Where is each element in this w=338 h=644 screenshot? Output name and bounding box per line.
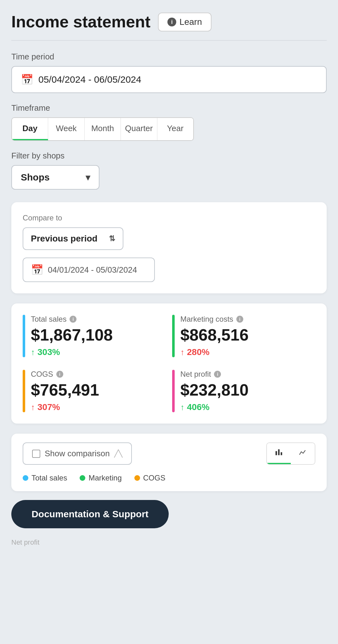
page-title: Income statement: [11, 13, 150, 31]
svg-rect-2: [281, 452, 282, 455]
metric-content-marketing: Marketing costs i $868,516 ↑ 280%: [180, 315, 315, 357]
bottom-controls-card: Show comparison ╱╲: [11, 434, 327, 491]
metric-title-net-profit: Net profit i: [180, 370, 315, 379]
tab-month[interactable]: Month: [85, 118, 121, 140]
compare-select[interactable]: Previous period ⇅: [23, 227, 123, 250]
header-row: Income statement i Learn: [11, 13, 327, 31]
chart-type-buttons: [266, 442, 315, 465]
metric-value-marketing: $868,516: [180, 326, 315, 344]
metrics-grid: Total sales i $1,867,108 ↑ 303% Marketin…: [23, 315, 315, 412]
metric-change-marketing: ↑ 280%: [180, 347, 315, 357]
timeframe-label: Timeframe: [11, 103, 327, 113]
show-comparison-button[interactable]: Show comparison ╱╲: [23, 442, 132, 465]
metric-change-net-profit: ↑ 406%: [180, 402, 315, 412]
metric-change-total-sales: ↑ 303%: [31, 347, 166, 357]
metric-marketing-costs: Marketing costs i $868,516 ↑ 280%: [172, 315, 315, 357]
filter-by-shops-label: Filter by shops: [11, 151, 327, 161]
learn-button-label: Learn: [179, 17, 202, 27]
metric-title-marketing: Marketing costs i: [180, 315, 315, 324]
metric-bar-total-sales: [23, 315, 25, 357]
metric-bar-cogs: [23, 370, 25, 412]
tab-year[interactable]: Year: [157, 118, 193, 140]
metric-content-net-profit: Net profit i $232,810 ↑ 406%: [180, 370, 315, 412]
metric-total-sales: Total sales i $1,867,108 ↑ 303%: [23, 315, 166, 357]
legend-dot-total-sales: [23, 475, 28, 481]
metrics-card: Total sales i $1,867,108 ↑ 303% Marketin…: [11, 303, 327, 424]
metric-content-cogs: COGS i $765,491 ↑ 307%: [31, 370, 166, 412]
legend-dot-cogs: [134, 475, 140, 481]
calendar-icon: 📅: [21, 74, 33, 86]
legend-label-marketing: Marketing: [88, 474, 121, 482]
line-chart-icon: [298, 448, 307, 457]
arrow-up-icon-marketing: ↑: [180, 347, 184, 357]
legend-cogs: COGS: [134, 474, 166, 482]
tab-day[interactable]: Day: [12, 118, 48, 140]
legend-marketing: Marketing: [80, 474, 121, 482]
metric-value-cogs: $765,491: [31, 381, 166, 399]
tab-quarter[interactable]: Quarter: [121, 118, 157, 140]
shops-dropdown-label: Shops: [21, 172, 50, 183]
compare-date-input[interactable]: 📅 04/01/2024 - 05/03/2024: [23, 258, 155, 282]
comparison-lines-icon: ╱╲: [114, 450, 122, 458]
doc-support-label: Documentation & Support: [31, 509, 149, 519]
chart-type-line-button[interactable]: [291, 443, 315, 464]
metric-value-net-profit: $232,810: [180, 381, 315, 399]
timeframe-tabs: Day Week Month Quarter Year: [11, 117, 194, 141]
metric-title-total-sales: Total sales i: [31, 315, 166, 324]
arrow-up-icon: ↑: [31, 347, 35, 357]
metric-value-total-sales: $1,867,108: [31, 326, 166, 344]
learn-button[interactable]: i Learn: [158, 13, 211, 31]
compare-calendar-icon: 📅: [31, 264, 43, 276]
info-icon-net-profit: i: [214, 371, 221, 378]
info-icon-cogs: i: [56, 371, 63, 378]
shops-dropdown[interactable]: Shops ▾: [11, 165, 99, 190]
legend-total-sales: Total sales: [23, 474, 67, 482]
tab-week[interactable]: Week: [48, 118, 84, 140]
metric-net-profit: Net profit i $232,810 ↑ 406%: [172, 370, 315, 412]
date-range-input[interactable]: 📅 05/04/2024 - 06/05/2024: [11, 66, 327, 93]
info-icon-total-sales: i: [70, 316, 76, 323]
legend-row: Total sales Marketing COGS: [23, 474, 315, 482]
show-comparison-label: Show comparison: [45, 449, 110, 458]
chevron-down-icon: ▾: [86, 172, 90, 183]
metric-bar-net-profit: [172, 370, 175, 412]
arrow-up-icon-cogs: ↑: [31, 402, 35, 412]
header-divider: [11, 40, 327, 41]
sort-icon: ⇅: [109, 234, 115, 243]
time-period-label: Time period: [11, 52, 327, 62]
metric-bar-marketing: [172, 315, 175, 357]
date-range-value: 05/04/2024 - 06/05/2024: [38, 74, 141, 85]
legend-label-cogs: COGS: [143, 474, 166, 482]
net-profit-hint: Net profit: [11, 537, 327, 547]
svg-rect-1: [278, 449, 280, 455]
info-icon: i: [167, 18, 176, 26]
compare-date-range-value: 04/01/2024 - 05/03/2024: [48, 265, 137, 275]
metric-content-total-sales: Total sales i $1,867,108 ↑ 303%: [31, 315, 166, 357]
info-icon-marketing: i: [236, 316, 243, 323]
controls-row: Show comparison ╱╲: [23, 442, 315, 465]
metric-change-cogs: ↑ 307%: [31, 402, 166, 412]
legend-dot-marketing: [80, 475, 85, 481]
chart-type-bar-button[interactable]: [267, 443, 291, 464]
legend-label-total-sales: Total sales: [31, 474, 67, 482]
show-comparison-checkbox[interactable]: [32, 450, 40, 458]
compare-card: Compare to Previous period ⇅ 📅 04/01/202…: [11, 202, 327, 293]
compare-to-label: Compare to: [23, 214, 315, 222]
metric-cogs: COGS i $765,491 ↑ 307%: [23, 370, 166, 412]
bar-chart-icon: [274, 447, 283, 456]
arrow-up-icon-net-profit: ↑: [180, 402, 184, 412]
svg-rect-0: [276, 451, 277, 455]
doc-support-button[interactable]: Documentation & Support: [11, 500, 169, 528]
previous-period-label: Previous period: [31, 234, 98, 244]
metric-title-cogs: COGS i: [31, 370, 166, 379]
